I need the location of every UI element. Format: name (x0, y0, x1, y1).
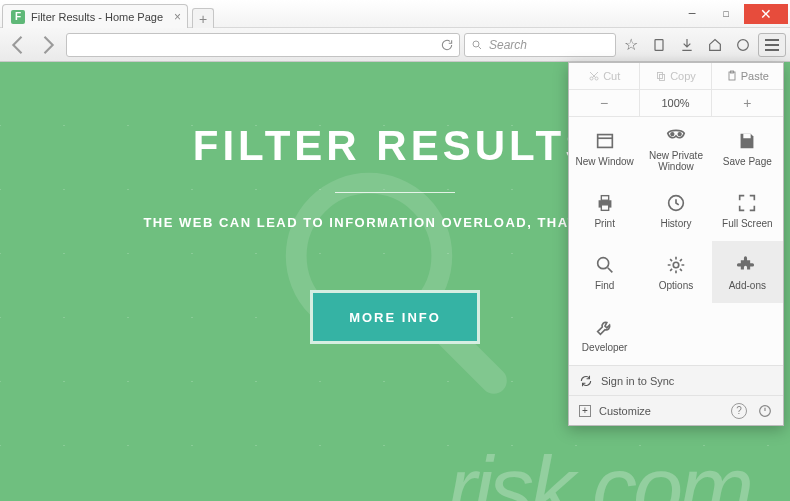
zoom-row: − 100% + (569, 90, 783, 117)
reading-list-icon[interactable] (646, 33, 672, 57)
svg-point-2 (738, 39, 749, 50)
favicon: F (11, 10, 25, 24)
menu-history[interactable]: History (640, 179, 711, 241)
reload-icon[interactable] (435, 38, 459, 52)
menu-add-ons[interactable]: Add-ons (712, 241, 783, 303)
power-icon[interactable] (757, 403, 773, 419)
history-icon (665, 192, 687, 214)
svg-rect-7 (660, 75, 665, 81)
svg-rect-13 (744, 133, 751, 138)
menu-new-private-window[interactable]: New Private Window (640, 117, 711, 179)
search-placeholder: Search (489, 38, 527, 52)
cut-icon (588, 70, 600, 82)
paste-button[interactable]: Paste (712, 63, 783, 89)
home-icon[interactable] (702, 33, 728, 57)
hero-divider (335, 192, 455, 193)
window-maximize-button[interactable]: ☐ (710, 4, 742, 24)
back-button[interactable] (4, 33, 32, 57)
search-bar[interactable]: Search (464, 33, 616, 57)
browser-toolbar: Search ☆ (0, 28, 790, 62)
search-icon (471, 39, 483, 51)
paste-icon (726, 70, 738, 82)
downloads-icon[interactable] (674, 33, 700, 57)
svg-point-0 (473, 41, 479, 47)
copy-icon (655, 70, 667, 82)
svg-point-19 (673, 262, 679, 268)
puzzle-icon (736, 254, 758, 276)
svg-rect-6 (658, 73, 663, 79)
chat-icon[interactable] (730, 33, 756, 57)
svg-point-12 (678, 133, 681, 136)
wrench-icon (594, 316, 616, 338)
help-icon[interactable]: ? (731, 403, 747, 419)
window-close-button[interactable]: ✕ (744, 4, 788, 24)
save-icon (736, 130, 758, 152)
mask-icon (665, 124, 687, 146)
zoom-level: 100% (640, 90, 711, 116)
sign-in-sync-button[interactable]: Sign in to Sync (569, 365, 783, 395)
window-titlebar: F Filter Results - Home Page × + ─ ☐ ✕ (0, 0, 790, 28)
customize-button[interactable]: + Customize (579, 405, 651, 417)
url-bar[interactable] (66, 33, 460, 57)
window-icon (594, 130, 616, 152)
window-minimize-button[interactable]: ─ (676, 4, 708, 24)
tab-strip: F Filter Results - Home Page × + (2, 4, 214, 28)
cut-button[interactable]: Cut (569, 63, 640, 89)
menu-find[interactable]: Find (569, 241, 640, 303)
more-info-button[interactable]: MORE INFO (310, 290, 480, 344)
bookmark-star-icon[interactable]: ☆ (618, 33, 644, 57)
svg-point-11 (671, 133, 674, 136)
menu-options[interactable]: Options (640, 241, 711, 303)
new-tab-button[interactable]: + (192, 8, 214, 28)
menu-new-window[interactable]: New Window (569, 117, 640, 179)
menu-save-page[interactable]: Save Page (712, 117, 783, 179)
edit-row: Cut Copy Paste (569, 63, 783, 90)
close-tab-icon[interactable]: × (174, 10, 181, 24)
svg-rect-16 (601, 204, 608, 210)
copy-button[interactable]: Copy (640, 63, 711, 89)
browser-tab[interactable]: F Filter Results - Home Page × (2, 4, 188, 28)
watermark-text: risk.com (447, 438, 750, 501)
zoom-in-button[interactable]: + (712, 90, 783, 116)
svg-point-18 (597, 257, 608, 268)
svg-rect-1 (655, 39, 663, 50)
hamburger-menu-panel: Cut Copy Paste − 100% + New Window New P… (568, 62, 784, 426)
find-icon (594, 254, 616, 276)
tab-title: Filter Results - Home Page (31, 11, 163, 23)
plus-icon: + (579, 405, 591, 417)
menu-full-screen[interactable]: Full Screen (712, 179, 783, 241)
menu-developer[interactable]: Developer (569, 303, 640, 365)
menu-button[interactable] (758, 33, 786, 57)
print-icon (594, 192, 616, 214)
fullscreen-icon (736, 192, 758, 214)
gear-icon (665, 254, 687, 276)
customize-row: + Customize ? (569, 395, 783, 425)
svg-rect-15 (601, 195, 608, 200)
forward-button[interactable] (34, 33, 62, 57)
sync-icon (579, 374, 593, 388)
svg-rect-10 (597, 134, 612, 147)
menu-print[interactable]: Print (569, 179, 640, 241)
zoom-out-button[interactable]: − (569, 90, 640, 116)
